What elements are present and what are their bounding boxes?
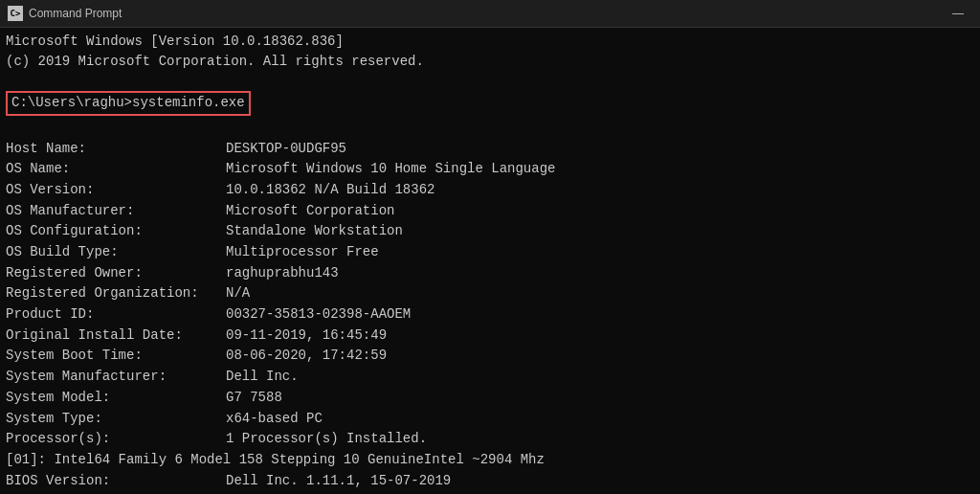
info-key: OS Manufacturer: [6, 201, 226, 222]
info-key: Registered Owner: [6, 263, 226, 284]
info-val: x64-based PC [226, 409, 323, 430]
info-row: System Model: G7 7588 [6, 388, 974, 409]
info-key: OS Version: [6, 180, 226, 201]
info-key: System Manufacturer: [6, 367, 226, 388]
info-key: System Type: [6, 409, 226, 430]
info-key: OS Name: [6, 159, 226, 180]
info-row: Host Name: DESKTOP-0UDGF95 [6, 139, 974, 160]
info-val: G7 7588 [226, 388, 282, 409]
info-row: System Boot Time: 08-06-2020, 17:42:59 [6, 346, 974, 367]
info-key: OS Configuration: [6, 221, 226, 242]
info-val: 10.0.18362 N/A Build 18362 [226, 180, 434, 201]
info-key: Product ID: [6, 304, 226, 326]
info-row: System Manufacturer: Dell Inc. [6, 367, 974, 388]
info-row: Processor(s): 1 Processor(s) Installed. [6, 429, 974, 450]
sysinfo-table: Host Name: DESKTOP-0UDGF95 OS Name: Micr… [6, 139, 974, 494]
info-val: 1 Processor(s) Installed. [226, 429, 427, 450]
info-key: Registered Organization: [6, 283, 226, 304]
info-key: OS Build Type: [6, 242, 226, 263]
terminal-body: Microsoft Windows [Version 10.0.18362.83… [0, 28, 980, 494]
titlebar-title: Command Prompt [29, 7, 122, 20]
info-row: Product ID: 00327-35813-02398-AAOEM [6, 304, 974, 326]
info-row: OS Version: 10.0.18362 N/A Build 18362 [6, 180, 974, 201]
info-val: raghuprabhu143 [226, 263, 339, 284]
info-val: 08-06-2020, 17:42:59 [226, 346, 387, 367]
titlebar: C> Command Prompt — [0, 0, 980, 28]
info-val: Multiprocessor Free [226, 242, 379, 263]
info-key: BIOS Version: [6, 471, 226, 492]
windows-version-line: Microsoft Windows [Version 10.0.18362.83… [6, 32, 974, 52]
cmd-icon: C> [8, 6, 23, 21]
info-val: Standalone Workstation [226, 221, 403, 242]
info-key: System Boot Time: [6, 346, 226, 367]
copyright-line: (c) 2019 Microsoft Corporation. All righ… [6, 52, 974, 72]
info-row: OS Build Type: Multiprocessor Free [6, 242, 974, 263]
info-key: Original Install Date: [6, 326, 226, 347]
info-row: BIOS Version: Dell Inc. 1.11.1, 15-07-20… [6, 471, 974, 492]
info-key: Host Name: [6, 139, 226, 160]
info-row: OS Configuration: Standalone Workstation [6, 221, 974, 242]
info-val: DESKTOP-0UDGF95 [226, 139, 346, 160]
blank-line-1 [6, 72, 974, 89]
info-val: Microsoft Corporation [226, 201, 394, 222]
command-line-box: C:\Users\raghu>systeminfo.exe [6, 89, 974, 118]
info-key: System Model: [6, 388, 226, 409]
titlebar-left: C> Command Prompt [8, 6, 122, 21]
info-row: Original Install Date: 09-11-2019, 16:45… [6, 326, 974, 347]
info-row: Registered Organization: N/A [6, 283, 974, 304]
command-text: C:\Users\raghu>systeminfo.exe [6, 91, 251, 116]
titlebar-controls: — [944, 4, 972, 23]
info-val: Microsoft Windows 10 Home Single Languag… [226, 159, 555, 180]
info-val: 00327-35813-02398-AAOEM [226, 304, 411, 326]
blank-line-2 [6, 118, 974, 135]
info-val: 09-11-2019, 16:45:49 [226, 326, 387, 347]
info-row: System Type: x64-based PC [6, 409, 974, 430]
info-row: Registered Owner: raghuprabhu143 [6, 263, 974, 284]
info-row: OS Manufacturer: Microsoft Corporation [6, 201, 974, 222]
info-continuation: [01]: Intel64 Family 6 Model 158 Steppin… [6, 450, 545, 471]
info-val: Dell Inc. 1.11.1, 15-07-2019 [226, 471, 451, 492]
info-key: Processor(s): [6, 429, 226, 450]
minimize-button[interactable]: — [944, 4, 972, 23]
info-val: Dell Inc. [226, 367, 299, 388]
info-row: OS Name: Microsoft Windows 10 Home Singl… [6, 159, 974, 180]
info-val: N/A [226, 283, 250, 304]
info-row: [01]: Intel64 Family 6 Model 158 Steppin… [6, 450, 974, 471]
